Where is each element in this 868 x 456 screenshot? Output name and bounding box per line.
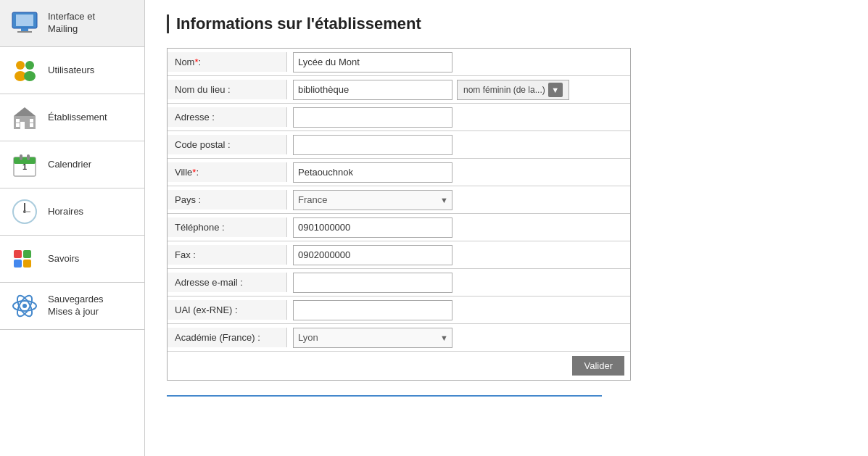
sidebar-item-etablissement-label: Établissement — [48, 112, 107, 124]
uai-input[interactable] — [293, 300, 452, 320]
label-academie: Académie (France) : — [168, 328, 287, 347]
sidebar-item-interface-mailing[interactable]: Interface etMailing — [0, 0, 144, 47]
form-row-code-postal: Code postal : — [168, 131, 630, 159]
svg-rect-10 — [16, 119, 20, 123]
svg-rect-18 — [27, 154, 30, 160]
sidebar-item-savoirs-label: Savoirs — [48, 253, 79, 265]
ville-input[interactable] — [293, 162, 452, 183]
lieu-dropdown-button[interactable]: nom féminin (de la...) ▼ — [457, 80, 569, 100]
form-row-nom-lieu: Nom du lieu : nom féminin (de la...) ▼ — [168, 76, 630, 104]
label-adresse: Adresse : — [168, 107, 287, 127]
academie-select-wrapper: Lyon Paris Marseille Bordeaux — [293, 328, 452, 348]
lieu-dropdown-label: nom féminin (de la...) — [463, 85, 545, 95]
svg-rect-2 — [21, 28, 28, 31]
field-nom-lieu: nom féminin (de la...) ▼ — [287, 77, 630, 103]
sidebar-item-calendrier-label: Calendrier — [48, 159, 91, 171]
label-fax: Fax : — [168, 245, 287, 265]
label-email: Adresse e-mail : — [168, 273, 287, 292]
field-code-postal — [287, 132, 630, 158]
svg-marker-12 — [14, 107, 36, 116]
label-telephone: Téléphone : — [168, 217, 287, 237]
form-row-fax: Fax : — [168, 241, 630, 269]
label-pays: Pays : — [168, 190, 287, 210]
form-row-academie: Académie (France) : Lyon Paris Marseille… — [168, 324, 630, 352]
bottom-divider — [167, 395, 602, 397]
savoirs-icon — [9, 243, 41, 275]
svg-rect-24 — [14, 250, 22, 258]
monitor-icon — [9, 7, 41, 39]
field-pays: France Belgique Suisse Canada — [287, 187, 630, 213]
telephone-input[interactable] — [293, 217, 452, 238]
adresse-input[interactable] — [293, 107, 452, 128]
field-adresse — [287, 104, 630, 130]
code-postal-input[interactable] — [293, 135, 452, 155]
required-ville: * — [192, 167, 196, 178]
svg-point-7 — [24, 71, 36, 81]
form-row-ville: Ville * : — [168, 159, 630, 186]
clock-icon — [9, 196, 41, 228]
valider-button[interactable]: Valider — [572, 356, 624, 376]
form-row-email: Adresse e-mail : — [168, 269, 630, 297]
pays-select[interactable]: France Belgique Suisse Canada — [293, 190, 452, 210]
lieu-dropdown-arrow-icon: ▼ — [548, 83, 563, 97]
building-icon — [9, 101, 41, 133]
page-title: Informations sur l'établissement — [167, 14, 846, 33]
users-icon — [9, 54, 41, 86]
sidebar: Interface etMailing Utilisateurs — [0, 0, 145, 456]
svg-rect-14 — [30, 123, 33, 127]
form-row-telephone: Téléphone : — [168, 214, 630, 241]
svg-rect-26 — [14, 260, 22, 268]
sidebar-item-horaires-label: Horaires — [48, 206, 83, 218]
establishment-form: Nom * : Nom du lieu : nom féminin (de la… — [167, 48, 631, 381]
sidebar-item-savoirs[interactable]: Savoirs — [0, 236, 144, 283]
svg-rect-1 — [16, 14, 33, 26]
field-nom — [287, 49, 630, 75]
form-row-uai: UAI (ex-RNE) : — [168, 297, 630, 324]
svg-text:1: 1 — [22, 162, 27, 171]
email-input[interactable] — [293, 273, 452, 293]
field-telephone — [287, 215, 630, 241]
form-row-adresse: Adresse : — [168, 104, 630, 131]
field-ville — [287, 159, 630, 186]
form-row-nom: Nom * : — [168, 49, 630, 76]
svg-point-6 — [25, 61, 34, 70]
label-nom-lieu: Nom du lieu : — [168, 80, 287, 99]
field-fax — [287, 242, 630, 268]
field-email — [287, 270, 630, 296]
calendar-icon: 1 — [9, 149, 41, 181]
academie-select[interactable]: Lyon Paris Marseille Bordeaux — [293, 328, 452, 348]
nom-input[interactable] — [293, 52, 452, 72]
valider-row: Valider — [168, 352, 630, 380]
sidebar-item-calendrier[interactable]: 1 Calendrier — [0, 141, 144, 188]
field-academie: Lyon Paris Marseille Bordeaux — [287, 325, 630, 351]
sidebar-item-sauvegardes[interactable]: SauvegardesMises à jour — [0, 283, 144, 330]
svg-rect-17 — [20, 154, 22, 160]
label-ville: Ville * : — [168, 162, 287, 182]
sidebar-item-utilisateurs[interactable]: Utilisateurs — [0, 47, 144, 94]
svg-rect-13 — [16, 123, 20, 127]
svg-rect-25 — [23, 250, 31, 258]
main-content: Informations sur l'établissement Nom * :… — [145, 0, 868, 456]
field-uai — [287, 297, 630, 323]
label-nom: Nom * : — [168, 52, 287, 72]
svg-point-4 — [16, 61, 25, 70]
label-uai: UAI (ex-RNE) : — [168, 300, 287, 320]
atom-icon — [9, 290, 41, 322]
required-nom: * — [194, 57, 198, 67]
sidebar-item-sauvegardes-label: SauvegardesMises à jour — [48, 294, 104, 318]
svg-rect-11 — [30, 119, 33, 123]
form-row-pays: Pays : France Belgique Suisse Canada — [168, 186, 630, 214]
svg-point-31 — [22, 304, 27, 308]
svg-rect-27 — [23, 260, 31, 268]
sidebar-item-utilisateurs-label: Utilisateurs — [48, 65, 94, 77]
svg-rect-9 — [20, 122, 25, 129]
label-code-postal: Code postal : — [168, 135, 287, 154]
fax-input[interactable] — [293, 245, 452, 265]
sidebar-item-etablissement[interactable]: Établissement — [0, 94, 144, 141]
svg-rect-3 — [17, 31, 32, 33]
sidebar-item-interface-mailing-label: Interface etMailing — [48, 11, 95, 36]
nom-lieu-input[interactable] — [293, 80, 452, 100]
pays-select-wrapper: France Belgique Suisse Canada — [293, 190, 452, 210]
sidebar-item-horaires[interactable]: Horaires — [0, 188, 144, 236]
